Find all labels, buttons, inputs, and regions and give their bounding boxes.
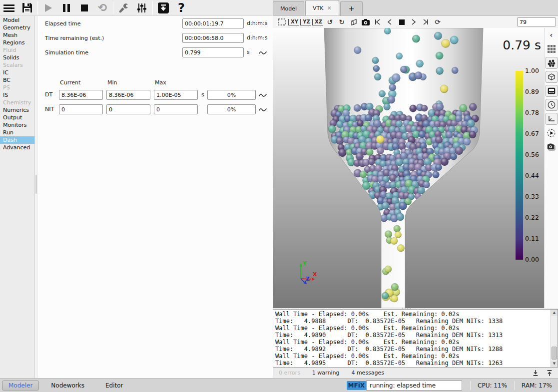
tab-close-icon[interactable]: ✕: [327, 5, 332, 11]
dt-min-field[interactable]: [106, 90, 150, 100]
view-xy-button[interactable]: XY: [288, 16, 300, 27]
build-button[interactable]: [115, 1, 133, 15]
errors-count[interactable]: 0 errors: [279, 370, 300, 376]
scroll-up-icon[interactable]: ▲: [551, 310, 558, 316]
view-yz-button[interactable]: YZ: [300, 16, 312, 27]
last-frame-button[interactable]: [420, 16, 432, 27]
tab-add-label: +: [349, 4, 355, 12]
play-button[interactable]: [39, 1, 57, 15]
show-colorbar-button[interactable]: [546, 85, 558, 97]
save-images-button[interactable]: [546, 141, 558, 153]
save-button[interactable]: [18, 1, 36, 15]
mode-editor-button[interactable]: Editor: [102, 381, 126, 390]
console-line: Wall Time - Elapsed: 0.00s Est. Remainin…: [275, 311, 550, 318]
collapse-panel-button[interactable]: ‹: [546, 29, 558, 41]
nav-item[interactable]: Geometry: [0, 24, 34, 31]
simulation-time-field[interactable]: [182, 47, 244, 57]
tab-add[interactable]: +: [340, 1, 363, 15]
tab-vtk[interactable]: VTK ✕: [305, 0, 339, 15]
vtk-viewport[interactable]: Y X Z 0.79 s 1.000.890.780.670.560.440.3…: [273, 28, 544, 308]
particle-shade: [400, 66, 407, 73]
show-geometry-button[interactable]: [546, 71, 558, 83]
mode-modeler-button[interactable]: Modeler: [2, 381, 39, 391]
nav-item[interactable]: Numerics: [0, 106, 34, 114]
tab-model[interactable]: Model: [273, 1, 304, 15]
scrollbar-thumb[interactable]: [552, 347, 557, 360]
pause-button[interactable]: [57, 1, 75, 15]
nav-item[interactable]: Solids: [0, 54, 34, 61]
nav-item[interactable]: Fluid: [0, 46, 34, 54]
messages-count[interactable]: 4 messages: [351, 370, 384, 376]
nav-item[interactable]: Mesh: [0, 31, 34, 39]
nav-item[interactable]: PS: [0, 84, 34, 91]
dt-plot-icon[interactable]: [259, 92, 267, 98]
nav-splitter-handle[interactable]: [35, 175, 37, 194]
wrench-icon: [118, 2, 129, 13]
nav-item[interactable]: Dash: [0, 136, 34, 144]
particle-shade: [392, 73, 400, 82]
perspective-button[interactable]: [348, 16, 360, 27]
nit-current-field[interactable]: [59, 104, 103, 114]
nav-item[interactable]: IS: [0, 91, 34, 99]
elapsed-time-field[interactable]: [182, 18, 244, 28]
show-time-button[interactable]: [546, 99, 558, 111]
help-button[interactable]: ?: [172, 1, 190, 15]
rotate-left-button[interactable]: ↺: [324, 16, 336, 27]
nav-item[interactable]: Output: [0, 114, 34, 121]
prev-frame-button[interactable]: [384, 16, 396, 27]
show-mesh-button[interactable]: [546, 43, 558, 55]
col-max-header: Max: [155, 79, 166, 86]
frame-number-input[interactable]: [517, 17, 556, 26]
particle-shade: [336, 121, 343, 128]
nav-item[interactable]: Chemistry: [0, 99, 34, 106]
nav-item[interactable]: Regions: [0, 39, 34, 46]
mode-nodeworks-button[interactable]: Nodeworks: [48, 381, 87, 390]
nit-plot-icon[interactable]: [259, 106, 267, 112]
particle-shade: [397, 245, 404, 252]
console-line: Wall Time - Elapsed: 0.00s Est. Remainin…: [275, 353, 550, 360]
console-output[interactable]: Wall Time - Elapsed: 0.00s Est. Remainin…: [273, 309, 558, 368]
colorbar-tick-label: 0.67: [525, 130, 539, 138]
settings-button[interactable]: [133, 1, 151, 15]
show-axes-button[interactable]: [546, 113, 558, 125]
reset-button[interactable]: ⟲: [93, 1, 111, 15]
nav-item[interactable]: Model: [0, 16, 34, 24]
nav-item[interactable]: Monitors: [0, 121, 34, 129]
last-frame-icon: [423, 19, 429, 25]
sim-time-overlay: 0.79 s: [503, 38, 541, 52]
rotate-right-button[interactable]: ↻: [336, 16, 348, 27]
nit-max-field[interactable]: [154, 104, 198, 114]
colorbar-tick-label: 0.56: [525, 151, 539, 159]
nav-item[interactable]: Advanced: [0, 144, 34, 151]
stop-button[interactable]: [75, 1, 93, 15]
update-button[interactable]: [154, 1, 172, 15]
scroll-to-top-icon[interactable]: [546, 370, 553, 377]
console-scrollbar[interactable]: ▲ ▼: [551, 310, 558, 367]
play-visible-button[interactable]: [546, 127, 558, 139]
view-xz-button[interactable]: XZ: [312, 16, 324, 27]
fit-view-button[interactable]: [276, 16, 288, 27]
dt-max-field[interactable]: [154, 90, 198, 100]
particle-shade: [441, 158, 449, 166]
scroll-to-bottom-icon[interactable]: [532, 370, 539, 377]
prev-frame-icon: [387, 19, 392, 25]
plot-history-icon[interactable]: [259, 49, 267, 55]
nav-item[interactable]: IC: [0, 69, 34, 76]
refresh-button[interactable]: ⟳: [432, 16, 444, 27]
camera-icon: [362, 19, 370, 25]
warnings-count[interactable]: 1 warning: [312, 370, 340, 376]
menu-button[interactable]: [0, 1, 18, 15]
snapshot-button[interactable]: [360, 16, 372, 27]
show-particles-button[interactable]: [546, 57, 558, 69]
dt-current-field[interactable]: [59, 90, 103, 100]
nit-min-field[interactable]: [106, 104, 150, 114]
nav-item[interactable]: Run: [0, 129, 34, 136]
nav-item[interactable]: BC: [0, 76, 34, 84]
scroll-down-icon[interactable]: ▼: [551, 361, 558, 367]
stop-playback-button[interactable]: [396, 16, 408, 27]
colorbar-tick-label: 0.11: [525, 235, 539, 243]
first-frame-button[interactable]: [372, 16, 384, 27]
time-remaining-field[interactable]: [182, 33, 244, 43]
nav-item[interactable]: Scalars: [0, 61, 34, 69]
next-frame-button[interactable]: [408, 16, 420, 27]
